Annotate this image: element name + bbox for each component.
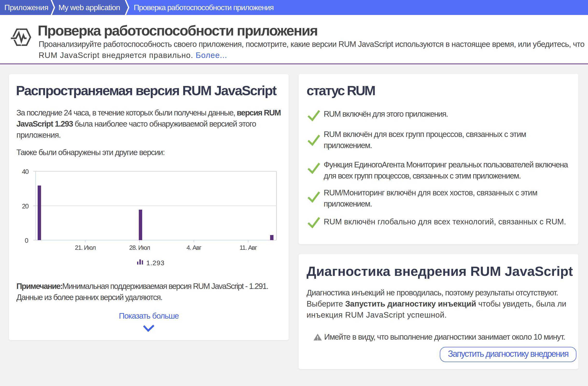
svg-text:1.293: 1.293 <box>146 259 165 267</box>
svg-text:28. Июл: 28. Июл <box>129 244 150 251</box>
svg-text:4. Авг: 4. Авг <box>187 244 202 251</box>
svg-text:0: 0 <box>25 237 28 244</box>
svg-text:11. Авг: 11. Авг <box>239 244 257 251</box>
svg-text:40: 40 <box>22 168 28 175</box>
svg-text:20: 20 <box>22 203 28 210</box>
svg-text:21. Июл: 21. Июл <box>75 244 96 251</box>
